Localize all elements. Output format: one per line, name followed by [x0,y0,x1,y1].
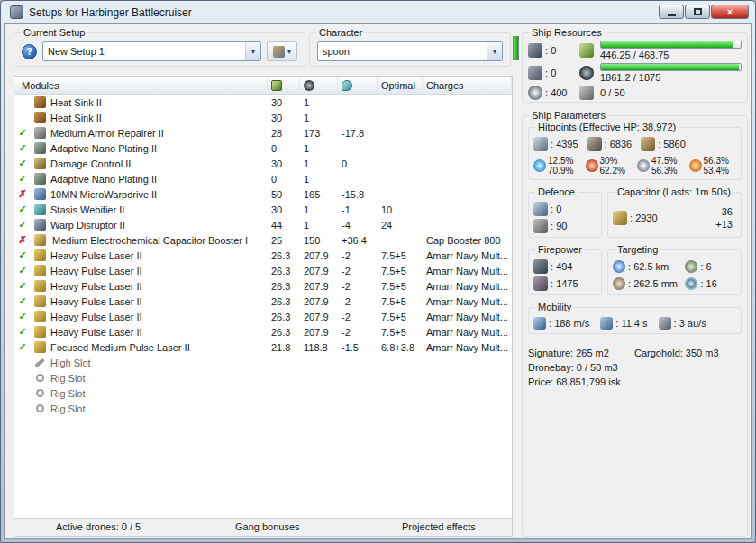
warp-speed-icon [659,317,671,330]
column-header-capacitor [338,77,378,94]
rig-slot-icon [31,404,49,412]
table-row[interactable]: Rig Slot [14,370,512,385]
module-error-icon: ✗ [14,186,31,202]
module-name: Adaptive Nano Plating II [49,174,268,185]
module-name: Heat Sink II [49,97,268,108]
module-cpu: 44 [268,220,300,231]
damage-control-icon [31,158,49,169]
module-active-check-icon: ✓ [14,263,31,278]
minimize-icon [668,14,676,16]
setup-select[interactable]: New Setup 1 ▾ [42,41,261,61]
module-cpu: 21.8 [268,342,300,353]
module-charges: Amarr Navy Mult... [423,296,512,307]
capacitor-column-icon [342,80,352,91]
table-row[interactable]: ✓ Heavy Pulse Laser II 26.3 207.9 -2 7.5… [14,324,512,339]
capacitor-peak-recharge: +13 [715,218,733,231]
modules-table-header: Modules Optimal Charges [14,77,512,95]
module-cpu: 50 [268,189,300,200]
module-powergrid: 165 [300,189,338,200]
table-row[interactable]: ✓ Adaptive Nano Plating II 0 1 [14,171,512,186]
module-cap-use: -15.8 [338,189,378,200]
module-cpu: 25 [268,235,300,246]
minimize-button[interactable] [659,5,684,19]
module-charges: Amarr Navy Mult... [423,312,512,322]
rig-slot-icon [31,389,49,397]
table-row[interactable]: ✓ Heavy Pulse Laser II 26.3 207.9 -2 7.5… [14,294,512,309]
module-cap-use: -17.8 [338,128,378,139]
structure-icon [641,137,655,151]
module-active-check-icon: ✓ [14,294,31,309]
powergrid-icon [579,66,594,80]
capacitor-drain: - 36 [715,205,733,218]
table-row[interactable]: ✓ Focused Medium Pulse Laser II 21.8 118… [14,339,512,355]
character-select-value: spoon [318,46,487,57]
table-row[interactable]: ✓ Adaptive Nano Plating II 0 1 [14,140,512,156]
setup-tools-button[interactable]: ▾ [267,41,297,61]
module-cpu: 26.3 [268,312,300,322]
module-charges: Amarr Navy Mult... [423,266,512,276]
sensor-strength-icon [685,277,697,290]
help-button[interactable]: ? [22,44,37,59]
table-row[interactable]: ✓ Damage Control II 30 1 0 [14,156,512,171]
module-active-check-icon: ✓ [14,278,31,294]
close-button[interactable]: × [711,5,749,19]
table-row[interactable]: ✓ Warp Disruptor II 44 1 -4 24 [14,217,512,232]
module-cap-use: -2 [338,296,378,307]
maximize-button[interactable] [685,5,710,19]
table-row[interactable]: Heat Sink II 30 1 [14,110,512,125]
module-cap-use: -1.5 [338,342,378,353]
table-row[interactable]: Rig Slot [14,401,512,416]
table-row[interactable]: High Slot [14,355,512,370]
module-cap-use: +36.4 [338,235,378,246]
armor-icon [587,137,602,151]
close-icon: × [727,6,733,17]
table-row[interactable]: ✓ Stasis Webifier II 30 1 -1 10 [14,202,512,217]
table-row[interactable]: ✓ Heavy Pulse Laser II 26.3 207.9 -2 7.5… [14,263,512,278]
module-powergrid: 207.9 [300,296,338,307]
shield-recharge: 0 [533,202,597,216]
module-optimal: 7.5+5 [378,296,423,307]
calibration: 400 [528,86,573,100]
table-row[interactable]: ✓ Heavy Pulse Laser II 26.3 207.9 -2 7.5… [14,278,512,294]
table-row[interactable]: ✗ Medium Electrochemical Capacitor Boost… [14,232,512,248]
active-drones-toggle[interactable]: Active drones: 0 / 5 [56,521,141,532]
app-icon [10,5,23,19]
module-powergrid: 1 [300,158,338,169]
column-header-charges: Charges [423,77,512,94]
targeting-range-icon [613,260,625,273]
help-icon: ? [26,46,32,57]
module-name: Heavy Pulse Laser II [49,327,268,338]
module-cpu: 30 [268,97,300,108]
gang-bonuses-toggle[interactable]: Gang bonuses [235,521,300,532]
table-row[interactable]: Rig Slot [14,385,512,401]
module-name: Heavy Pulse Laser II [49,312,268,322]
module-cap-use: -2 [338,281,378,292]
warp-speed: 3 au/s [659,317,706,330]
module-cap-use: -2 [338,327,378,338]
table-row[interactable]: ✓ Medium Armor Repairer II 28 173 -17.8 [14,125,512,140]
pulse-laser-icon [31,249,49,261]
heat-sink-icon [31,112,49,123]
titlebar[interactable]: Setups for Harbinger Battlecruiser × [4,1,752,23]
window-title: Setups for Harbinger Battlecruiser [29,6,192,19]
table-row[interactable]: ✓ Heavy Pulse Laser II 26.3 207.9 -2 7.5… [14,248,512,263]
shield-hp: 4395 [533,137,578,151]
projected-effects-toggle[interactable]: Projected effects [402,521,476,532]
modules-table-body: Heat Sink II 30 1 Heat Sink II 30 1 ✓ Me… [14,95,512,518]
launcher-hardpoints: 0 [528,66,573,80]
module-name: Adaptive Nano Plating II [49,143,268,154]
dps: 494 [533,259,597,274]
table-row[interactable]: ✓ Heavy Pulse Laser II 26.3 207.9 -2 7.5… [14,309,512,324]
module-cpu: 26.3 [268,266,300,276]
module-powergrid: 173 [300,128,338,139]
table-row[interactable]: Heat Sink II 30 1 [14,95,512,110]
explosive-resist: 56.3%53.4% [689,156,737,176]
character-select[interactable]: spoon ▾ [317,41,503,61]
module-name: Heat Sink II [49,113,268,123]
character-group: Character spoon ▾ [309,32,511,67]
capacitor-amount: 2930 [613,211,658,225]
powergrid-bar [600,63,742,71]
cpu-usage-text: 446.25 / 468.75 [600,50,742,60]
module-powergrid: 1 [300,220,338,231]
table-row[interactable]: ✗ 10MN MicroWarpdrive II 50 165 -15.8 [14,186,512,202]
